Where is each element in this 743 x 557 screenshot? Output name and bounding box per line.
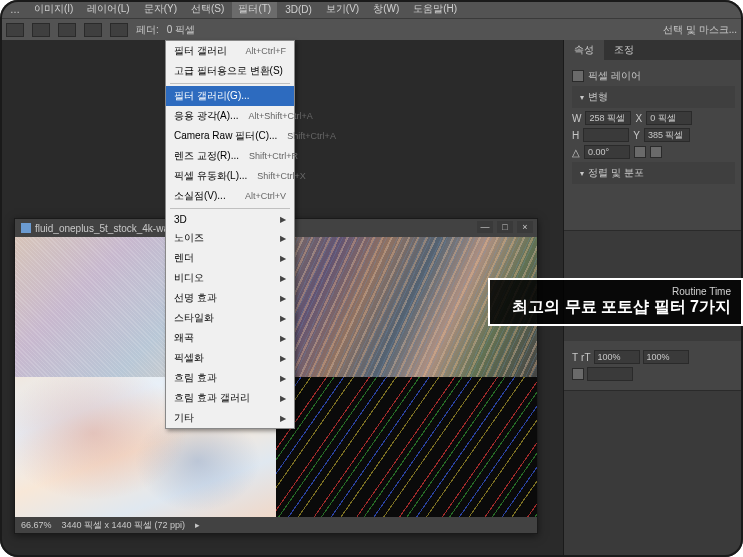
dd-adaptive-wide-angle[interactable]: 응용 광각(A)...Alt+Shift+Ctrl+A — [166, 106, 294, 126]
document-status-bar: 66.67% 3440 픽셀 x 1440 픽셀 (72 ppi) ▸ — [15, 517, 537, 533]
window-maximize-button[interactable]: □ — [497, 221, 513, 233]
filter-dropdown-menu: 필터 갤러리Alt+Ctrl+F 고급 필터용으로 변환(S) 필터 갤러리(G… — [165, 40, 295, 429]
menu-item[interactable]: … — [4, 2, 26, 17]
menu-separator — [170, 208, 290, 209]
chevron-down-icon: ▾ — [580, 169, 584, 178]
dd-liquify[interactable]: 픽셀 유동화(L)...Shift+Ctrl+X — [166, 166, 294, 186]
width-input[interactable] — [585, 111, 631, 125]
overlay-title: 최고의 무료 포토샵 필터 7가지 — [500, 297, 731, 318]
menu-item-image[interactable]: 이미지(I) — [28, 0, 79, 18]
menu-item-help[interactable]: 도움말(H) — [407, 0, 463, 18]
document-info: 3440 픽셀 x 1440 픽셀 (72 ppi) — [62, 519, 186, 532]
dd-render[interactable]: 렌더▶ — [166, 248, 294, 268]
canvas-region — [276, 377, 537, 517]
dd-last-filter[interactable]: 필터 갤러리Alt+Ctrl+F — [166, 41, 294, 61]
chevron-right-icon[interactable]: ▸ — [195, 520, 200, 530]
dd-video[interactable]: 비디오▶ — [166, 268, 294, 288]
dd-convert-smart[interactable]: 고급 필터용으로 변환(S) — [166, 61, 294, 81]
baseline-shift-icon[interactable] — [572, 368, 584, 380]
menu-item-filter[interactable]: 필터(T) — [232, 0, 277, 18]
selection-mode-subtract-icon[interactable] — [84, 23, 102, 37]
menu-item-3d[interactable]: 3D(D) — [279, 2, 318, 17]
align-section-header[interactable]: ▾ 정렬 및 분포 — [572, 162, 735, 184]
options-bar: 페더: 0 픽셀 선택 및 마스크... — [0, 18, 743, 40]
menu-item-select[interactable]: 선택(S) — [185, 0, 230, 18]
dd-camera-raw[interactable]: Camera Raw 필터(C)...Shift+Ctrl+A — [166, 126, 294, 146]
overlay-subtitle: Routine Time — [500, 286, 731, 297]
selection-mode-new-icon[interactable] — [32, 23, 50, 37]
angle-label: △ — [572, 147, 580, 158]
dd-noise[interactable]: 노이즈▶ — [166, 228, 294, 248]
dd-lens-correction[interactable]: 렌즈 교정(R)...Shift+Ctrl+R — [166, 146, 294, 166]
dd-pixelate[interactable]: 픽셀화▶ — [166, 348, 294, 368]
tool-preset-icon[interactable] — [6, 23, 24, 37]
selection-mode-add-icon[interactable] — [58, 23, 76, 37]
type-icon: T — [572, 352, 578, 363]
flip-vertical-icon[interactable] — [650, 146, 662, 158]
dd-blur-gallery[interactable]: 흐림 효과 갤러리▶ — [166, 388, 294, 408]
menu-item-view[interactable]: 보기(V) — [320, 0, 365, 18]
window-close-button[interactable]: × — [517, 221, 533, 233]
menu-bar: … 이미지(I) 레이어(L) 문자(Y) 선택(S) 필터(T) 3D(D) … — [0, 0, 743, 18]
dd-distort[interactable]: 왜곡▶ — [166, 328, 294, 348]
tab-properties[interactable]: 속성 — [564, 40, 604, 60]
flip-horizontal-icon[interactable] — [634, 146, 646, 158]
width-label: W — [572, 113, 581, 124]
window-minimize-button[interactable]: — — [477, 221, 493, 233]
dd-3d[interactable]: 3D▶ — [166, 211, 294, 228]
baseline-input[interactable] — [587, 367, 633, 381]
menu-item-type[interactable]: 문자(Y) — [138, 0, 183, 18]
zoom-level[interactable]: 66.67% — [21, 520, 52, 530]
y-label: Y — [633, 130, 640, 141]
scale-h-input[interactable] — [643, 350, 689, 364]
properties-panel: 속성 조정 픽셀 레이어 ▾ 변형 W X — [564, 40, 743, 231]
x-input[interactable] — [646, 111, 692, 125]
selection-mode-intersect-icon[interactable] — [110, 23, 128, 37]
dd-stylize[interactable]: 스타일화▶ — [166, 308, 294, 328]
menu-item-layer[interactable]: 레이어(L) — [81, 0, 135, 18]
scale-v-input[interactable] — [594, 350, 640, 364]
transform-section-header[interactable]: ▾ 변형 — [572, 86, 735, 108]
dd-sharpen[interactable]: 선명 효과▶ — [166, 288, 294, 308]
dd-blur[interactable]: 흐림 효과▶ — [166, 368, 294, 388]
height-input[interactable] — [583, 128, 629, 142]
overlay-caption: Routine Time 최고의 무료 포토샵 필터 7가지 — [488, 278, 743, 326]
layer-type-label: 픽셀 레이어 — [588, 69, 641, 83]
character-panel: T rT — [564, 341, 743, 391]
feather-value[interactable]: 0 픽셀 — [167, 23, 195, 37]
document-icon — [21, 223, 31, 233]
dd-filter-gallery[interactable]: 필터 갤러리(G)... — [166, 86, 294, 106]
height-label: H — [572, 130, 579, 141]
feather-label: 페더: — [136, 23, 159, 37]
angle-input[interactable] — [584, 145, 630, 159]
menu-item-window[interactable]: 창(W) — [367, 0, 405, 18]
select-and-mask-button[interactable]: 선택 및 마스크... — [663, 23, 737, 37]
menu-separator — [170, 83, 290, 84]
x-label: X — [635, 113, 642, 124]
dd-other[interactable]: 기타▶ — [166, 408, 294, 428]
pixel-layer-icon — [572, 70, 584, 82]
y-input[interactable] — [644, 128, 690, 142]
type-rt-icon: rT — [581, 352, 590, 363]
chevron-down-icon: ▾ — [580, 93, 584, 102]
tab-adjustments[interactable]: 조정 — [604, 40, 644, 60]
dd-vanishing-point[interactable]: 소실점(V)...Alt+Ctrl+V — [166, 186, 294, 206]
